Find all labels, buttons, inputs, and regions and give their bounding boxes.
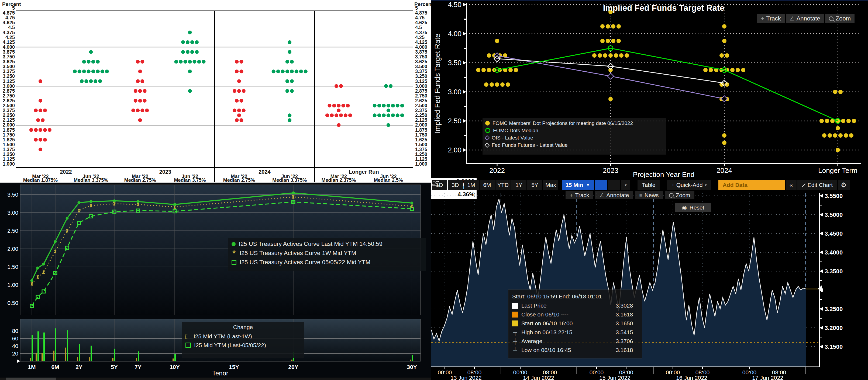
track-button[interactable]: +Track [565,191,593,199]
fomc-dot [232,108,237,112]
range-tab-1y[interactable]: 1Y [512,180,526,190]
y-tick-label: 4.25 [5,35,15,40]
range-tab-1m[interactable]: 1M [464,180,479,190]
range-tab-3d[interactable]: 3D [448,180,463,190]
zoom-button[interactable]: Zoom [825,14,855,23]
curve-marker [54,240,57,243]
fomc-dot [237,89,241,93]
add-data-input[interactable]: Add Data [718,180,785,190]
curve-marker [42,263,45,266]
x-tick-label: 10Y [169,364,180,370]
interval-dropdown[interactable]: 15 Min ▼ [562,180,594,190]
x-tick-label: 2022 [489,166,505,174]
pencil-icon [802,183,805,186]
y-tick-arrow [463,90,466,94]
y-tick-label: 4.875 [3,10,15,15]
fomc-dot [138,89,142,93]
y-tick-label: 1.00 [7,282,18,288]
fomc-projection-dot [841,119,845,123]
change-tick-label: 20 [12,350,18,356]
m-dia-w-icon [485,142,490,148]
fomc-dot [43,128,47,132]
fomc-dot [38,108,42,112]
fomc-dot [179,60,183,64]
fomc-projection-dot [606,24,610,29]
fomc-dot [239,99,243,103]
fomc-dot [290,60,294,64]
y-tick-label: 2.250 [3,112,15,118]
fomc-dot [288,40,291,44]
fomc-projection-dot [625,53,629,58]
y-tick-label: 4.625 [3,20,15,25]
news-button[interactable]: ≡News [635,191,663,199]
y-tick-label: 3.000 [3,83,15,89]
intraday-price-quadrant: 3.55003.50003.45003.40003.35003.25003.20… [431,178,868,380]
edit-chart-button[interactable]: Edit Chart [797,180,837,190]
fomc-dot [29,128,33,132]
table-button[interactable]: Table [638,180,660,190]
x-tick-label: 5Y [111,364,118,370]
y-tick-label: 4.50 [448,1,462,9]
fomc-dot [181,50,185,54]
fomc-dot [188,69,192,73]
legend-label: Average [521,338,613,344]
y-tick-label: 1.375 [415,147,427,152]
legend-value: 3.5415 [616,329,638,336]
fomc-dot [134,89,137,93]
change-tick-label: 80 [12,328,18,334]
fomc-dot [337,104,340,107]
fomc-projection-dot [619,53,623,58]
collapse-button[interactable]: « [786,180,797,190]
dot-plot-canvas[interactable]: PercentPercent554.8754.8754.754.754.6254… [0,0,431,182]
reset-button[interactable]: ◉ Reset [675,203,711,212]
edit-chart-label: Edit Chart [808,182,833,188]
line-chart-type-button[interactable] [595,180,607,190]
white-swatch [512,303,518,309]
annotate-button[interactable]: ∠ Annotate [786,14,824,23]
reset-label: Reset [689,204,704,211]
x-tick-label: 15Y [229,364,239,370]
fomc-dot [389,84,393,88]
scrollbar-track[interactable] [0,378,431,380]
y-tick-label: 3.5000 [825,211,843,218]
fomc-projection-dot [495,39,499,43]
legend-label: I25 US Treasury Actives Curve 1W Mid YTM [240,250,356,257]
fomc-projection-dot [833,133,837,138]
chart-type-dropdown[interactable]: ▾ [621,180,630,190]
fomc-dot [332,104,336,107]
y-tick-arrow [463,148,466,152]
change-bar-1w [173,358,174,361]
candlestick-chart-type-button[interactable] [608,180,620,190]
y-tick-arrow [819,326,823,330]
y-tick-label: 3.50 [7,192,18,198]
curve-marker [36,267,39,270]
range-tab-6m[interactable]: 6M [479,180,495,190]
legend-label: I25 Mid YTM (Last-1W) [193,333,252,340]
change-bar-0505 [67,330,68,361]
fomc-dot [188,60,192,64]
price-chart-canvas[interactable]: 3.55003.50003.45003.40003.35003.25003.20… [431,178,868,380]
y-tick-label: 2.00 [7,246,18,252]
series-median-label: Median 2.5% [374,177,403,182]
fomc-projection-dot [603,53,607,58]
gear-icon[interactable]: ⚙ [838,180,850,190]
range-tab-max[interactable]: Max [543,180,558,190]
quick-add-button[interactable]: + Quick-Add ▾ [667,180,711,190]
track-button[interactable]: + Track [757,14,785,23]
fomc-projection-dot [730,68,735,72]
annotate-button[interactable]: ∠Annotate [595,191,633,199]
curve-marker [66,217,69,220]
zoom-button[interactable]: Zoom [665,191,695,199]
fomc-projection-dot [514,68,518,72]
fomc-dot [41,118,44,122]
scrollbar-thumb[interactable] [6,378,56,380]
fomc-dot [96,69,100,73]
y-tick-label: 1.000 [3,161,15,167]
x-tick-label: Longer Term [818,166,858,174]
range-tab-ytd[interactable]: YTD [495,180,510,190]
range-tab-5y[interactable]: 5Y [527,180,542,190]
change-bar-1w [65,348,66,361]
y-axis-title: Implied Fed Funds Target Rate [433,34,441,133]
y-tick-label: 5 [12,5,15,11]
fomc-projection-dot [609,68,613,72]
